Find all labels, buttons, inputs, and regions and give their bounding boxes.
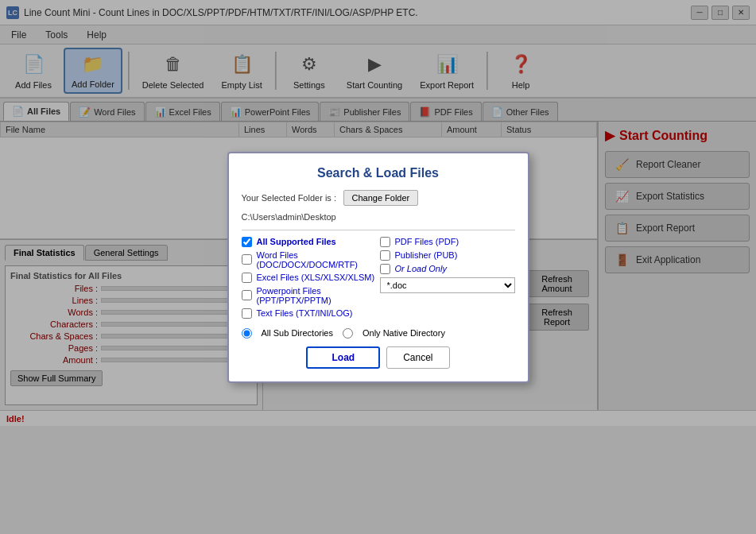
checkbox-grid: All Supported Files Word Files (DOC/DOCX… [242,237,515,322]
checkbox-pub-label[interactable]: Publisher (PUB) [395,250,458,260]
modal-cancel-button[interactable]: Cancel [386,346,449,369]
modal-button-row: Load Cancel [242,346,515,369]
folder-selection-row: Your Selected Folder is : Change Folder [242,190,515,206]
modal-load-button[interactable]: Load [306,346,380,369]
checkbox-text-files: Text Files (TXT/INI/LOG) [242,308,377,319]
checkbox-excel-label[interactable]: Excel Files (XLS/XLSX/XLSM) [257,273,375,282]
modal-overlay: Search & Load Files Your Selected Folder… [0,0,756,534]
checkbox-pdf-label[interactable]: PDF Files (PDF) [395,237,459,246]
modal-divider-1 [242,230,515,230]
checkboxes-right-col: PDF Files (PDF) Publisher (PUB) Or Load … [380,237,515,322]
checkbox-all-label[interactable]: All Supported Files [257,237,336,246]
or-load-dropdown[interactable]: *.doc *.txt *.pdf [380,277,515,293]
checkbox-txt-label[interactable]: Text Files (TXT/INI/LOG) [257,308,353,318]
checkbox-powerpoint-files: Powerpoint Files (PPT/PPTX/PPTM) [242,286,377,305]
checkbox-all-supported: All Supported Files [242,237,377,247]
checkbox-publisher: Publisher (PUB) [380,250,515,261]
checkbox-pdf-files: PDF Files (PDF) [380,237,515,247]
search-load-modal: Search & Load Files Your Selected Folder… [227,152,529,383]
checkbox-ppt-label[interactable]: Powerpoint Files (PPT/PPTX/PPTM) [257,286,377,305]
folder-label: Your Selected Folder is : [242,193,337,203]
checkbox-word-label[interactable]: Word Files (DOC/DOCX/DOCM/RTF) [257,250,377,269]
checkboxes-left-col: All Supported Files Word Files (DOC/DOCX… [242,237,377,322]
folder-path-text: C:\Users\admin\Desktop [242,212,515,222]
checkbox-or-load-label[interactable]: Or Load Only [395,264,447,273]
radio-only-native-label[interactable]: Only Native Directory [362,328,445,338]
change-folder-button[interactable]: Change Folder [343,190,419,206]
checkbox-word-files: Word Files (DOC/DOCX/DOCM/RTF) [242,250,377,269]
directory-radio-row: All Sub Directories Only Native Director… [242,328,515,339]
modal-title: Search & Load Files [242,166,515,180]
checkbox-or-load-only: Or Load Only [380,264,515,274]
or-load-dropdown-row: *.doc *.txt *.pdf [380,277,515,293]
checkbox-excel-files: Excel Files (XLS/XLSX/XLSM) [242,273,377,283]
radio-all-sub-dirs-label[interactable]: All Sub Directories [262,328,333,338]
